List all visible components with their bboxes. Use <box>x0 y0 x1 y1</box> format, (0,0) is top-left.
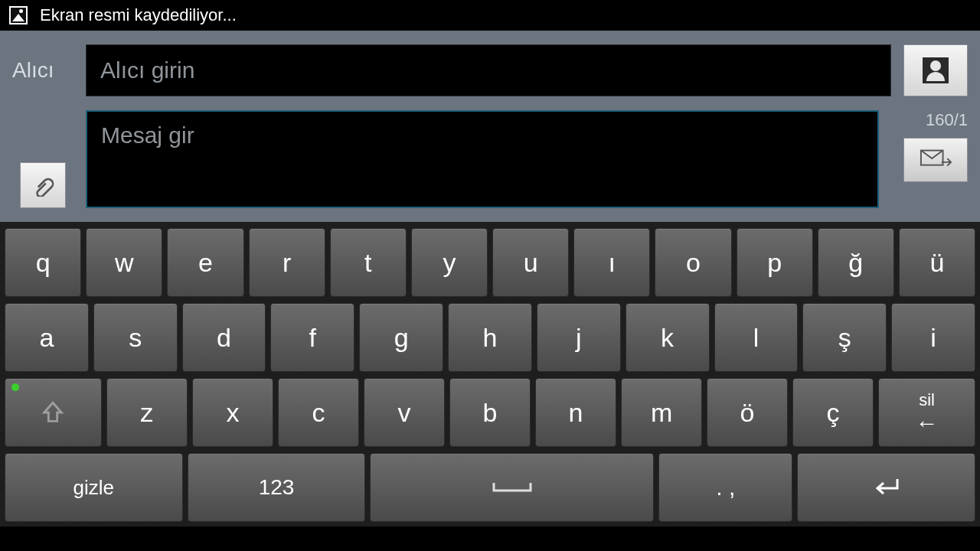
screenshot-icon <box>9 6 28 24</box>
key-dotless-i[interactable]: ı <box>573 228 650 297</box>
key-j[interactable]: j <box>537 303 621 372</box>
key-backspace[interactable]: sil ← <box>878 378 975 447</box>
key-d[interactable]: d <box>182 303 266 372</box>
key-b[interactable]: b <box>449 378 531 447</box>
key-l[interactable]: l <box>714 303 799 372</box>
key-q[interactable]: q <box>5 228 81 297</box>
key-numbers[interactable]: 123 <box>188 453 366 522</box>
key-o[interactable]: o <box>655 228 731 297</box>
key-t[interactable]: t <box>330 228 407 297</box>
char-counter: 160/1 <box>926 110 968 130</box>
key-z[interactable]: z <box>106 378 188 447</box>
paperclip-icon <box>31 174 54 197</box>
spacebar-icon <box>489 478 535 497</box>
key-shift[interactable] <box>5 378 102 447</box>
key-m[interactable]: m <box>621 378 702 447</box>
key-s[interactable]: s <box>93 303 178 372</box>
enter-icon <box>870 476 903 499</box>
message-placeholder: Mesaj gir <box>101 122 194 148</box>
keyboard-row-2: a s d f g h j k l ş i <box>5 303 975 372</box>
key-k[interactable]: k <box>626 303 710 372</box>
key-r[interactable]: r <box>249 228 325 297</box>
attach-col <box>12 110 74 208</box>
key-n[interactable]: n <box>535 378 616 447</box>
compose-area: Alıcı Alıcı girin Mesaj gir 160/1 <box>0 31 980 222</box>
key-c-cedilla[interactable]: ç <box>792 378 874 447</box>
recipient-row: Alıcı Alıcı girin <box>12 44 968 96</box>
key-u[interactable]: u <box>492 228 569 297</box>
key-a[interactable]: a <box>5 303 89 372</box>
keyboard-row-3: z x c v b n m ö ç sil ← <box>5 378 975 447</box>
key-s-cedilla[interactable]: ş <box>802 303 887 372</box>
key-x[interactable]: x <box>192 378 273 447</box>
status-text: Ekran resmi kaydediliyor... <box>40 5 237 25</box>
key-y[interactable]: y <box>411 228 488 297</box>
key-enter[interactable] <box>797 453 975 522</box>
status-bar: Ekran resmi kaydediliyor... <box>0 0 980 31</box>
key-h[interactable]: h <box>448 303 532 372</box>
backspace-icon: ← <box>916 412 939 435</box>
key-i[interactable]: i <box>891 303 975 372</box>
send-button[interactable] <box>903 138 968 182</box>
recipient-label: Alıcı <box>12 44 74 96</box>
key-u-diaeresis[interactable]: ü <box>899 228 975 297</box>
key-w[interactable]: w <box>86 228 162 297</box>
key-punctuation[interactable]: . , <box>658 453 792 522</box>
key-space[interactable] <box>370 453 654 522</box>
keyboard-row-1: q w e r t y u ı o p ğ ü <box>5 228 975 297</box>
recipient-input[interactable]: Alıcı girin <box>86 44 891 96</box>
send-column: 160/1 <box>891 110 968 208</box>
shift-indicator-icon <box>11 383 19 391</box>
key-c[interactable]: c <box>278 378 359 447</box>
key-o-diaeresis[interactable]: ö <box>707 378 788 447</box>
contact-icon <box>923 57 949 83</box>
key-e[interactable]: e <box>167 228 243 297</box>
shift-icon <box>40 399 66 425</box>
attach-button[interactable] <box>20 162 66 208</box>
backspace-label: sil <box>919 390 935 410</box>
keyboard-row-4: gizle 123 . , <box>5 453 975 522</box>
key-p[interactable]: p <box>737 228 813 297</box>
key-hide-keyboard[interactable]: gizle <box>5 453 183 522</box>
key-v[interactable]: v <box>364 378 445 447</box>
keyboard: q w e r t y u ı o p ğ ü a s d f g h j k … <box>0 222 980 527</box>
message-input[interactable]: Mesaj gir <box>86 110 879 208</box>
key-g-breve[interactable]: ğ <box>818 228 894 297</box>
recipient-placeholder: Alıcı girin <box>100 57 194 83</box>
message-row: Mesaj gir 160/1 <box>12 110 968 208</box>
pick-contact-button[interactable] <box>903 44 968 96</box>
key-g[interactable]: g <box>359 303 443 372</box>
key-f[interactable]: f <box>270 303 354 372</box>
send-icon <box>920 148 952 171</box>
